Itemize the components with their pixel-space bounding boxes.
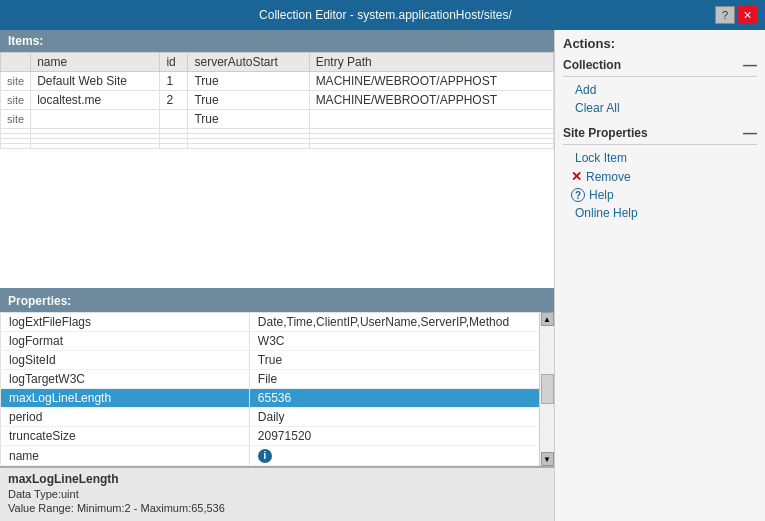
row-autostart: True (188, 72, 309, 91)
table-row[interactable]: site localtest.me 2 True MACHINE/WEBROOT… (1, 91, 554, 110)
prop-value: True (249, 351, 553, 370)
actions-header: Actions: (563, 36, 757, 51)
clear-all-link[interactable]: Clear All (563, 99, 757, 117)
items-section: Items: name id serverAutoStart Entry Pat… (0, 30, 554, 288)
collection-group: Collection — Add Clear All (563, 57, 757, 117)
right-panel: Actions: Collection — Add Clear All Site… (555, 30, 765, 521)
help-link[interactable]: ? Help (563, 186, 757, 204)
props-table-container[interactable]: logExtFileFlags Date,Time,ClientIP,UserN… (0, 312, 554, 466)
col-id: id (160, 53, 188, 72)
prop-name: name (1, 446, 250, 466)
close-button[interactable]: ✕ (737, 6, 757, 24)
row-id: 2 (160, 91, 188, 110)
left-panel: Items: name id serverAutoStart Entry Pat… (0, 30, 555, 521)
row-entrypath: MACHINE/WEBROOT/APPHOST (309, 91, 553, 110)
col-name: name (31, 53, 160, 72)
title-bar: Collection Editor - system.applicationHo… (0, 0, 765, 30)
scroll-down[interactable]: ▼ (541, 452, 554, 466)
prop-value: i (249, 446, 553, 466)
col-entrypath: Entry Path (309, 53, 553, 72)
scroll-up[interactable]: ▲ (541, 312, 554, 326)
row-name: localtest.me (31, 91, 160, 110)
row-entrypath (309, 110, 553, 129)
help-button[interactable]: ? (715, 6, 735, 24)
collection-collapse-btn[interactable]: — (743, 57, 757, 73)
properties-section: Properties: logExtFileFlags Date,Time,Cl… (0, 288, 554, 521)
scrollbar[interactable]: ▲ ▼ (539, 312, 554, 466)
col-serverautostart: serverAutoStart (188, 53, 309, 72)
prop-name: period (1, 408, 250, 427)
prop-row[interactable]: logTargetW3C File (1, 370, 554, 389)
prop-value: 65536 (249, 389, 553, 408)
prop-value: W3C (249, 332, 553, 351)
row-autostart: True (188, 110, 309, 129)
prop-name: logExtFileFlags (1, 313, 250, 332)
prop-row[interactable]: name i (1, 446, 554, 466)
remove-icon: ✕ (571, 169, 582, 184)
site-properties-label: Site Properties (563, 126, 648, 140)
items-table: name id serverAutoStart Entry Path site … (0, 52, 554, 149)
prop-value: Date,Time,ClientIP,UserName,ServerIP,Met… (249, 313, 553, 332)
site-properties-group: Site Properties — Lock Item ✕ Remove ? H… (563, 125, 757, 222)
prop-desc-title: maxLogLineLength (8, 472, 546, 486)
row-id: 1 (160, 72, 188, 91)
prop-row-selected[interactable]: maxLogLineLength 65536 (1, 389, 554, 408)
online-help-label: Online Help (575, 206, 638, 220)
prop-desc-datatype: Data Type:uint (8, 488, 546, 500)
prop-row[interactable]: period Daily (1, 408, 554, 427)
collection-title: Collection — (563, 57, 757, 77)
prop-name: logFormat (1, 332, 250, 351)
prop-desc-range: Value Range: Minimum:2 - Maximum:65,536 (8, 502, 546, 514)
lock-item-label: Lock Item (575, 151, 627, 165)
info-icon: i (258, 449, 272, 463)
table-row[interactable]: site Default Web Site 1 True MACHINE/WEB… (1, 72, 554, 91)
row-type: site (1, 72, 31, 91)
remove-label[interactable]: Remove (586, 170, 631, 184)
prop-name: maxLogLineLength (1, 389, 250, 408)
row-entrypath: MACHINE/WEBROOT/APPHOST (309, 72, 553, 91)
site-properties-collapse-btn[interactable]: — (743, 125, 757, 141)
prop-row[interactable]: truncateSize 20971520 (1, 427, 554, 446)
collection-label: Collection (563, 58, 621, 72)
prop-row[interactable]: logFormat W3C (1, 332, 554, 351)
row-type: site (1, 110, 31, 129)
table-row[interactable]: site True (1, 110, 554, 129)
prop-name: truncateSize (1, 427, 250, 446)
prop-value: File (249, 370, 553, 389)
help-label[interactable]: Help (589, 188, 614, 202)
add-link[interactable]: Add (563, 81, 757, 99)
row-name: Default Web Site (31, 72, 160, 91)
lock-item-link[interactable]: Lock Item (563, 149, 757, 167)
row-id (160, 110, 188, 129)
col-label-empty (1, 53, 31, 72)
prop-row[interactable]: logSiteId True (1, 351, 554, 370)
help-icon: ? (571, 188, 585, 202)
table-row[interactable] (1, 144, 554, 149)
title-bar-title: Collection Editor - system.applicationHo… (56, 8, 715, 22)
row-name (31, 110, 160, 129)
online-help-link[interactable]: Online Help (563, 204, 757, 222)
prop-name: logTargetW3C (1, 370, 250, 389)
properties-header: Properties: (0, 290, 554, 312)
prop-value: Daily (249, 408, 553, 427)
prop-row[interactable]: logExtFileFlags Date,Time,ClientIP,UserN… (1, 313, 554, 332)
prop-value: 20971520 (249, 427, 553, 446)
row-autostart: True (188, 91, 309, 110)
site-properties-title: Site Properties — (563, 125, 757, 145)
items-table-container[interactable]: name id serverAutoStart Entry Path site … (0, 52, 554, 288)
items-header: Items: (0, 30, 554, 52)
row-type: site (1, 91, 31, 110)
props-table: logExtFileFlags Date,Time,ClientIP,UserN… (0, 312, 554, 466)
remove-link[interactable]: ✕ Remove (563, 167, 757, 186)
scroll-thumb[interactable] (541, 374, 554, 404)
prop-name: logSiteId (1, 351, 250, 370)
prop-description: maxLogLineLength Data Type:uint Value Ra… (0, 466, 554, 521)
